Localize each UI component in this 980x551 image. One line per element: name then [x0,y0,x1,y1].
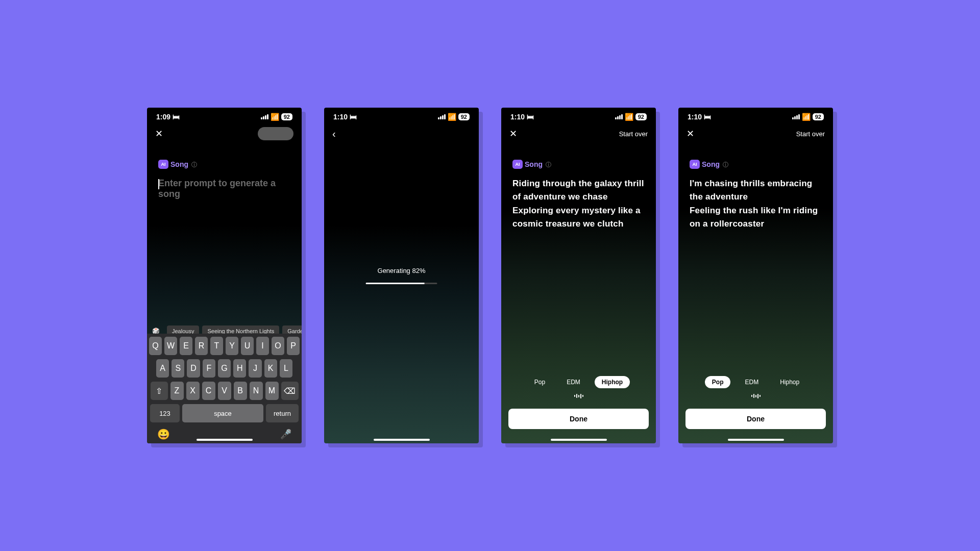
clock-icon: 🛏 [350,113,357,121]
home-indicator[interactable] [728,439,784,441]
key-y[interactable]: Y [226,337,238,355]
screen-result-pop: 1:10🛏 📶 92 ✕ Start over AI Song i I'm ch… [678,108,833,443]
home-indicator[interactable] [551,439,607,441]
battery-badge: 92 [635,113,647,120]
nav-bar: ‹ [324,123,479,144]
key-f[interactable]: F [203,359,215,378]
key-w[interactable]: W [164,337,177,355]
screen-result-hiphop: 1:10🛏 📶 92 ✕ Start over AI Song i Riding… [501,108,656,443]
ios-keyboard: QWERTYUIOP ASDFGHJKL ⇧ ZXCVBNM⌫ 123 spac… [147,334,302,443]
time: 1:10 [333,113,348,121]
status-bar: 1:10🛏 📶 92 [324,108,479,123]
genre-edm[interactable]: EDM [559,376,587,388]
clock-icon: 🛏 [527,113,534,121]
home-indicator[interactable] [374,439,430,441]
key-q[interactable]: Q [149,337,162,355]
submit-button-disabled [258,127,293,140]
clock-icon: 🛏 [704,113,711,121]
genre-pop[interactable]: Pop [705,376,731,388]
genre-selector: Pop EDM Hiphop [678,376,833,398]
nav-bar: ✕ [147,123,302,144]
close-button[interactable]: ✕ [509,128,517,139]
genre-pop[interactable]: Pop [527,376,552,388]
done-button[interactable]: Done [685,409,826,429]
key-c[interactable]: C [202,382,215,400]
battery-badge: 92 [458,113,470,120]
info-icon[interactable]: i [723,162,728,167]
start-over-button[interactable]: Start over [619,130,648,138]
done-button[interactable]: Done [508,409,649,429]
signal-icon [261,114,268,119]
emoji-key[interactable]: 😀 [157,428,170,440]
key-x[interactable]: X [186,382,200,400]
text-cursor [158,179,159,189]
signal-icon [792,114,800,119]
genre-hiphop[interactable]: Hiphop [595,376,630,388]
lyrics-text: Riding through the galaxy thrill of adve… [501,177,656,231]
time: 1:09 [156,113,170,121]
shift-key[interactable]: ⇧ [151,382,168,400]
audio-viz-icon [751,393,761,398]
prompt-input[interactable]: Enter prompt to generate a song [147,178,302,199]
screen-generating: 1:10🛏 📶 92 ‹ Generating 82% [324,108,479,443]
key-l[interactable]: L [280,359,292,378]
key-o[interactable]: O [272,337,284,355]
close-button[interactable]: ✕ [687,128,694,139]
wifi-icon: 📶 [625,113,633,121]
time: 1:10 [688,113,702,121]
key-m[interactable]: M [265,382,279,400]
key-s[interactable]: S [172,359,184,378]
info-icon[interactable]: i [546,162,551,167]
wifi-icon: 📶 [448,113,456,121]
return-key[interactable]: return [266,404,299,422]
ai-badge-icon: AI [690,160,700,169]
key-d[interactable]: D [187,359,200,378]
progress-bar [366,283,437,284]
key-v[interactable]: V [218,382,231,400]
close-button[interactable]: ✕ [155,128,163,139]
ai-song-brand: AI Song i [501,160,656,169]
lyrics-text: I'm chasing thrills embracing the advent… [678,177,833,231]
key-h[interactable]: H [233,359,246,378]
key-t[interactable]: T [210,337,223,355]
key-k[interactable]: K [264,359,277,378]
key-z[interactable]: Z [170,382,184,400]
ai-badge-icon: AI [512,160,523,169]
info-icon[interactable]: i [191,162,197,167]
generating-label: Generating 82% [324,267,479,274]
keyboard-row: ASDFGHJKL [149,359,300,378]
screen-prompt: 1:09🛏 📶 92 ✕ AI Song i Enter prompt to g… [147,108,302,443]
time: 1:10 [510,113,525,121]
status-bar: 1:10🛏 📶 92 [678,108,833,123]
delete-key[interactable]: ⌫ [281,382,299,400]
key-u[interactable]: U [241,337,254,355]
genre-selector: Pop EDM Hiphop [501,376,656,398]
audio-viz-icon [574,393,583,398]
key-b[interactable]: B [234,382,247,400]
progress-fill [366,283,425,284]
nav-bar: ✕ Start over [678,123,833,144]
key-j[interactable]: J [249,359,261,378]
key-e[interactable]: E [180,337,192,355]
key-r[interactable]: R [195,337,208,355]
key-g[interactable]: G [218,359,231,378]
keyboard-fn-row: 123 space return [149,404,300,422]
back-button[interactable]: ‹ [332,128,336,140]
key-p[interactable]: P [287,337,300,355]
genre-edm[interactable]: EDM [738,376,766,388]
key-a[interactable]: A [156,359,169,378]
genre-hiphop[interactable]: Hiphop [773,376,806,388]
signal-icon [615,114,623,119]
numbers-key[interactable]: 123 [150,404,180,422]
battery-badge: 92 [813,113,824,120]
keyboard-row: ⇧ ZXCVBNM⌫ [149,382,300,400]
key-i[interactable]: I [256,337,269,355]
key-n[interactable]: N [250,382,263,400]
mic-key[interactable]: 🎤 [280,429,291,440]
generating-panel: Generating 82% [324,267,479,284]
song-label: Song [702,160,720,168]
start-over-button[interactable]: Start over [796,130,825,138]
home-indicator[interactable] [197,439,253,441]
keyboard-row: QWERTYUIOP [149,337,300,355]
space-key[interactable]: space [182,404,263,422]
